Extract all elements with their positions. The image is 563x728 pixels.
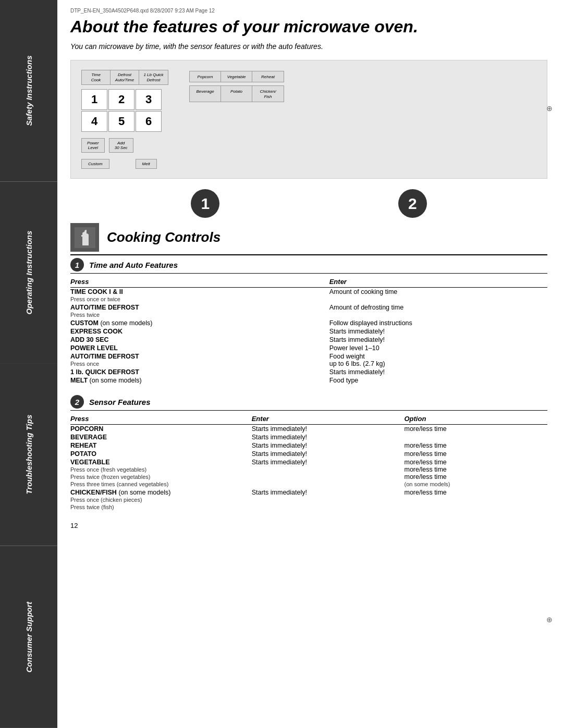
melt-btn[interactable]: Melt (136, 159, 157, 169)
subtitle: You can microwave by time, with the sens… (70, 42, 547, 51)
sidebar-tab-operating: Operating Instructions (0, 182, 57, 364)
press-cell: AUTO/TIME DEFROST Press once (70, 352, 329, 368)
power-level-btn[interactable]: PowerLevel (81, 138, 105, 153)
circle-numbers: 1 2 (70, 189, 547, 218)
enter-cell: Amount of defrosting time (329, 303, 547, 319)
table-row: ADD 30 SEC Starts immediately! (70, 336, 547, 344)
section2-table: Press Enter Option POPCORN Starts immedi… (70, 414, 547, 511)
cooking-controls-header: Cooking Controls (70, 223, 547, 255)
enter-cell: Starts immediately! (252, 450, 405, 458)
vegetable-btn[interactable]: Vegetable (221, 71, 252, 82)
num-5-btn[interactable]: 5 (108, 111, 134, 132)
sidebar-tab-consumer: Consumer Support (0, 546, 57, 729)
enter-cell: Starts immediately! (329, 336, 547, 344)
main-content: DTP_EN-EN_350A4502P648.qxd 8/28/2007 9:2… (60, 0, 563, 545)
press-cell: POWER LEVEL (70, 344, 329, 352)
table-row: POPCORN Starts immediately! more/less ti… (70, 425, 547, 434)
keypad-right: Popcorn Vegetable Reheat Beverage Potato… (189, 71, 284, 102)
enter-cell: Starts immediately! (252, 425, 405, 434)
enter-cell: Power level 1–10 (329, 344, 547, 352)
reg-mark-bottom-right: ⊕ (546, 615, 553, 624)
hand-icon (70, 223, 99, 252)
beverage-btn[interactable]: Beverage (190, 86, 221, 102)
option-cell: more/less time (404, 450, 547, 458)
enter-cell: Food weightup to 6 lbs. (2.7 kg) (329, 352, 547, 368)
keypad-top-row: Time Cook Defrost Auto/Time 1 Lb Quick D… (81, 70, 168, 85)
enter-cell: Starts immediately! (329, 368, 547, 376)
table-row: POTATO Starts immediately! more/less tim… (70, 450, 547, 458)
cooking-controls-title: Cooking Controls (107, 229, 221, 245)
col-enter-header: Enter (329, 277, 547, 288)
reheat-btn[interactable]: Reheat (252, 71, 284, 82)
section2-table-header: Press Enter Option (70, 414, 547, 425)
press-cell: 1 lb. QUICK DEFROST (70, 368, 329, 376)
press-cell: POPCORN (70, 425, 252, 434)
page-number: 12 (70, 522, 547, 529)
enter-cell: Starts immediately! (252, 433, 405, 441)
table-row: 1 lb. QUICK DEFROST Starts immediately! (70, 368, 547, 376)
section2-header: 2 Sensor Features (70, 395, 547, 411)
defrost-auto-btn[interactable]: Defrost Auto/Time (111, 70, 139, 84)
option-cell: more/less time (404, 441, 547, 450)
section1-circle: 1 (70, 258, 84, 272)
potato-btn[interactable]: Potato (221, 86, 252, 102)
num-3-btn[interactable]: 3 (136, 89, 162, 110)
right-bottom-row: Beverage Potato Chicken/Fish (189, 85, 284, 102)
enter-cell: Starts immediately! (252, 441, 405, 450)
table-row: EXPRESS COOK Starts immediately! (70, 327, 547, 336)
section1-table: Press Enter TIME COOK I & II Press once … (70, 277, 547, 385)
section2-title: Sensor Features (89, 398, 151, 406)
col-press-header: Press (70, 277, 329, 288)
sidebar-tab-safety: Safety Instructions (0, 0, 57, 182)
press-cell: VEGETABLE Press once (fresh vegetables) … (70, 458, 252, 488)
num-6-btn[interactable]: 6 (136, 111, 162, 132)
press-cell: REHEAT (70, 441, 252, 450)
num-1-btn[interactable]: 1 (81, 89, 107, 110)
enter-cell: Starts immediately! (329, 327, 547, 336)
table-row: CUSTOM (on some models) Follow displayed… (70, 319, 547, 327)
keypad-diagram: Time Cook Defrost Auto/Time 1 Lb Quick D… (70, 60, 547, 179)
section2-circle: 2 (70, 395, 84, 409)
col-option-header: Option (404, 414, 547, 425)
col-enter2-header: Enter (252, 414, 405, 425)
add-30sec-btn[interactable]: Add30 Sec (109, 138, 133, 153)
col-press2-header: Press (70, 414, 252, 425)
table-row: MELT (on some models) Food type (70, 376, 547, 385)
press-cell: AUTO/TIME DEFROST Press twice (70, 303, 329, 319)
table-row: BEVERAGE Starts immediately! (70, 433, 547, 441)
press-cell: TIME COOK I & II Press once or twice (70, 288, 329, 304)
option-cell (404, 433, 547, 441)
enter-cell: Food type (329, 376, 547, 385)
section-sensor: 2 Sensor Features Press Enter Option POP… (70, 395, 547, 511)
popcorn-btn[interactable]: Popcorn (190, 71, 221, 82)
press-cell: EXPRESS COOK (70, 327, 329, 336)
table-row: AUTO/TIME DEFROST Press once Food weight… (70, 352, 547, 368)
quick-defrost-btn[interactable]: 1 Lb Quick Defrost (139, 70, 168, 84)
num-4-btn[interactable]: 4 (81, 111, 107, 132)
press-cell: MELT (on some models) (70, 376, 329, 385)
file-header: DTP_EN-EN_350A4502P648.qxd 8/28/2007 9:2… (70, 8, 547, 14)
table-row: VEGETABLE Press once (fresh vegetables) … (70, 458, 547, 488)
time-cook-btn[interactable]: Time Cook (82, 70, 111, 84)
custom-btn[interactable]: Custom (81, 159, 109, 169)
option-cell: more/less time (404, 488, 547, 511)
section1-title: Time and Auto Features (89, 261, 178, 269)
option-cell: more/less time more/less time more/less … (404, 458, 547, 488)
chicken-fish-btn[interactable]: Chicken/Fish (252, 86, 284, 102)
table-row: REHEAT Starts immediately! more/less tim… (70, 441, 547, 450)
table-row: AUTO/TIME DEFROST Press twice Amount of … (70, 303, 547, 319)
number-grid: 1 2 3 4 5 6 (81, 89, 168, 132)
keypad-left: Time Cook Defrost Auto/Time 1 Lb Quick D… (81, 70, 168, 169)
enter-cell: Starts immediately! (252, 488, 405, 511)
reg-mark-right: ⊕ (546, 104, 553, 113)
table-row: CHICKEN/FISH (on some models) Press once… (70, 488, 547, 511)
enter-cell: Follow displayed instructions (329, 319, 547, 327)
section1-table-header: Press Enter (70, 277, 547, 288)
circle-2: 2 (398, 189, 427, 218)
hand-svg (75, 227, 95, 248)
keypad-misc-row: Custom Melt (81, 159, 168, 169)
press-cell: CUSTOM (on some models) (70, 319, 329, 327)
keypad-bottom-row: PowerLevel Add30 Sec (81, 138, 168, 153)
press-cell: ADD 30 SEC (70, 336, 329, 344)
num-2-btn[interactable]: 2 (108, 89, 134, 110)
